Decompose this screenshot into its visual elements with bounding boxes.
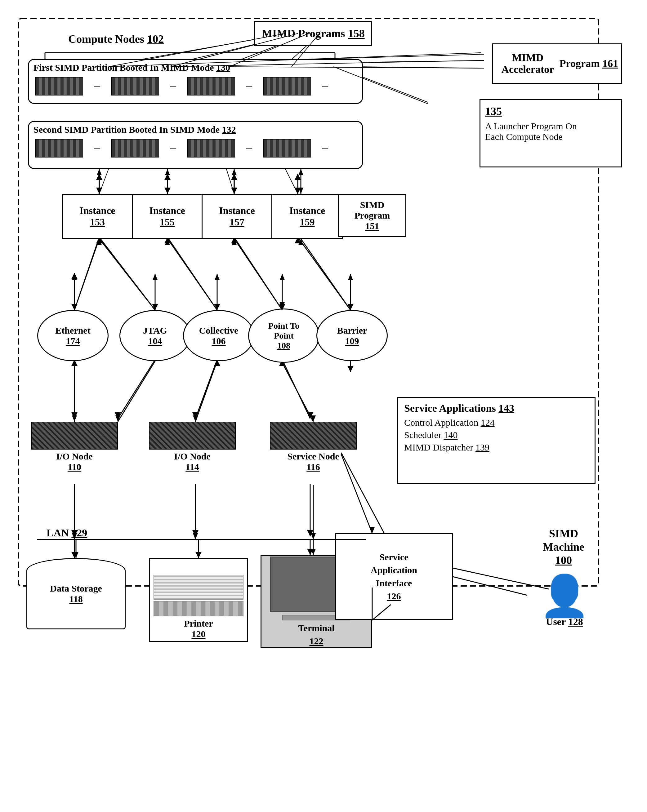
svg-line-70 [285, 169, 298, 194]
printer-body [153, 575, 243, 600]
instance-155: Instance 155 [133, 195, 202, 238]
first-simd-partition: First SIMD Partition Booted In MIMD Mode… [28, 59, 363, 104]
simd-program-box: SIMD Program 151 [338, 194, 406, 237]
printer-box: Printer 120 [149, 558, 248, 642]
svg-marker-113 [153, 304, 158, 310]
printer-paper [153, 601, 243, 617]
svg-marker-75 [72, 304, 77, 310]
svg-marker-23 [231, 174, 237, 180]
svg-marker-141 [196, 552, 201, 558]
svg-line-69 [226, 169, 234, 194]
svg-marker-99 [298, 188, 303, 194]
svg-marker-112 [153, 274, 158, 280]
svg-marker-81 [165, 239, 170, 245]
instance-159: Instance 159 [272, 195, 342, 238]
svg-marker-57 [71, 552, 78, 558]
sai-line3: Interface [376, 577, 412, 590]
service-apps-title: Service Applications 143 [404, 403, 588, 414]
svg-marker-124 [72, 415, 77, 422]
mimd-accelerator-line2: Program 161 [560, 58, 618, 69]
svg-marker-18 [96, 188, 102, 194]
svg-line-44 [282, 360, 310, 418]
sai-number: 126 [387, 590, 401, 603]
svg-marker-115 [215, 274, 220, 280]
lan-label: LAN 129 [46, 527, 87, 539]
svg-line-67 [99, 169, 109, 194]
svg-marker-72 [71, 273, 78, 279]
svg-marker-118 [280, 274, 285, 280]
chip-s3 [187, 139, 235, 157]
svg-marker-128 [193, 415, 198, 422]
second-partition-chips: — — — — [29, 137, 362, 159]
second-partition-label: Second SIMD Partition Booted In SIMD Mod… [29, 122, 362, 137]
svg-marker-76 [97, 239, 102, 245]
svg-marker-14 [347, 304, 353, 310]
chip-s-dash-3: — [243, 139, 255, 157]
chip-dash-3: — [243, 77, 255, 96]
svg-marker-61 [307, 549, 313, 555]
service-apps-item-2: MIMD Dispatcher 139 [404, 442, 588, 453]
svg-marker-26 [295, 174, 301, 180]
service-applications-box: Service Applications 143 Control Applica… [397, 397, 595, 484]
page: MIMD Programs 158 Compute Nodes 102 MIMD… [0, 0, 647, 812]
svg-marker-40 [115, 412, 121, 418]
svg-marker-116 [215, 304, 220, 310]
svg-marker-17 [96, 174, 102, 180]
chip-3 [187, 77, 235, 96]
user-label: User 128 [546, 616, 583, 627]
sai-line1: Service [379, 551, 408, 564]
terminal-number: 122 [309, 636, 323, 646]
launcher-number-label: 135 [485, 105, 616, 118]
svg-line-39 [118, 360, 155, 418]
svg-marker-54 [307, 530, 313, 536]
chip-s-dash-4: — [319, 139, 331, 157]
svg-marker-121 [348, 274, 353, 280]
svg-line-74 [75, 239, 99, 310]
svg-line-85 [301, 239, 350, 310]
mimd-programs-number: 158 [348, 27, 365, 40]
mimd-accelerator-box: MIMD Accelerator Program 161 [492, 43, 622, 84]
svg-marker-48 [347, 366, 353, 372]
sai-line2: Application [371, 564, 417, 577]
svg-marker-98 [298, 169, 303, 175]
service-apps-item-0: Control Application 124 [404, 417, 588, 428]
jtag-node: JTAG 104 [119, 310, 191, 361]
svg-line-10 [234, 237, 282, 310]
launcher-line2: Each Compute Node [485, 131, 616, 142]
first-partition-label: First SIMD Partition Booted In MIMD Mode… [29, 60, 362, 75]
service-node-chip [270, 422, 357, 450]
svg-marker-84 [232, 239, 237, 245]
mimd-programs-label: MIMD Programs [262, 27, 345, 40]
io-node-114-block: I/O Node 114 [149, 422, 236, 472]
svg-marker-126 [115, 415, 120, 422]
terminal-label: Terminal [298, 623, 334, 633]
collective-node: Collective 106 [183, 310, 254, 361]
sai-box: Service Application Interface 126 [335, 533, 453, 620]
svg-marker-89 [97, 169, 102, 175]
svg-marker-143 [311, 549, 316, 555]
printer-label: Printer [184, 618, 213, 629]
svg-marker-134 [193, 533, 198, 539]
svg-marker-2 [71, 304, 78, 310]
user-area: 👤 User 128 [521, 555, 608, 648]
service-node-number: 116 [306, 462, 320, 472]
svg-marker-80 [215, 304, 220, 310]
chip-s2 [111, 139, 159, 157]
io-node-114-chip [149, 422, 236, 450]
svg-line-4 [99, 237, 155, 310]
svg-marker-92 [165, 169, 170, 175]
svg-line-127 [196, 361, 217, 422]
svg-line-77 [99, 239, 155, 310]
svg-marker-78 [153, 304, 158, 310]
io-node-110-block: I/O Node 110 [31, 422, 118, 472]
first-partition-chips: — — — — [29, 75, 362, 97]
svg-marker-37 [71, 412, 78, 418]
svg-line-125 [118, 361, 155, 422]
svg-marker-42 [192, 412, 199, 418]
io-node-114-label: I/O Node [174, 451, 211, 462]
barrier-node: Barrier 109 [317, 310, 388, 361]
svg-marker-45 [307, 412, 313, 418]
chip-s-dash-1: — [91, 139, 103, 157]
io-node-114-number: 114 [185, 462, 199, 472]
svg-line-13 [298, 237, 350, 310]
